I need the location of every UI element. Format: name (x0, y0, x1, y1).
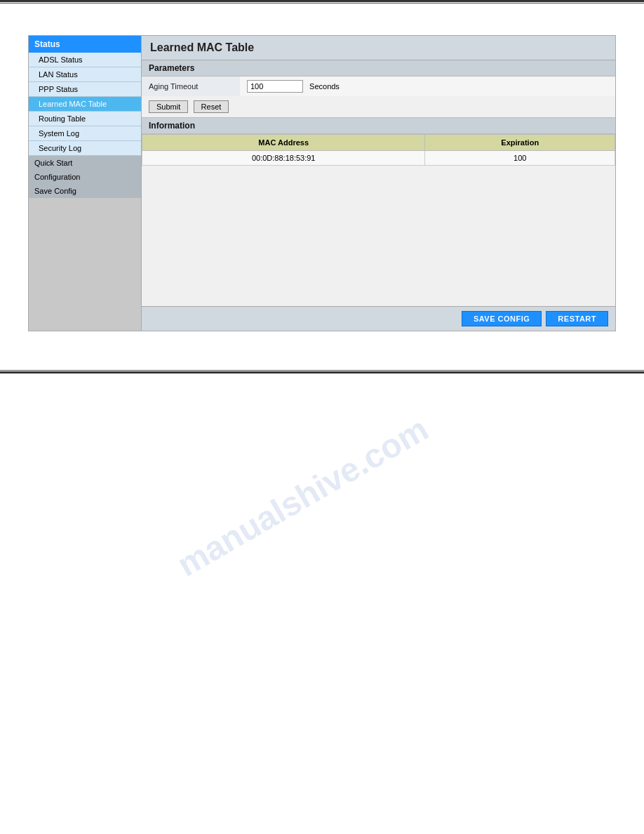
bottom-border-thick (0, 371, 644, 373)
sidebar-item-save-config[interactable]: Save Config (29, 184, 141, 198)
bottom-bar: SAVE CONFIG RESTART (142, 306, 615, 331)
top-border-thick (0, 0, 644, 2)
submit-button[interactable]: Submit (149, 100, 188, 113)
aging-timeout-input[interactable] (247, 80, 303, 93)
sidebar-item-configuration[interactable]: Configuration (29, 170, 141, 184)
aging-timeout-cell: Seconds (240, 77, 615, 96)
table-row: 00:0D:88:18:53:91100 (142, 151, 615, 166)
sidebar-item-security-log[interactable]: Security Log (29, 141, 141, 156)
sidebar-item-lan-status[interactable]: LAN Status (29, 67, 141, 82)
aging-timeout-label: Aging Timeout (142, 77, 240, 96)
col-mac-address: MAC Address (142, 135, 425, 151)
page-title: Learned MAC Table (142, 36, 615, 60)
save-config-button[interactable]: SAVE CONFIG (462, 311, 542, 326)
main-container: Status ADSL Status LAN Status PPP Status… (28, 35, 616, 331)
content-spacer (142, 166, 615, 306)
main-content-area: Learned MAC Table Parameters Aging Timeo… (141, 36, 615, 331)
sidebar-item-quick-start[interactable]: Quick Start (29, 156, 141, 170)
aging-timeout-unit: Seconds (309, 82, 340, 91)
sidebar-item-routing-table[interactable]: Routing Table (29, 112, 141, 126)
bottom-border-thin (0, 370, 644, 371)
watermark: manualshive.com (170, 409, 434, 584)
sidebar-item-ppp-status[interactable]: PPP Status (29, 82, 141, 97)
col-expiration: Expiration (425, 135, 615, 151)
sidebar: Status ADSL Status LAN Status PPP Status… (29, 36, 141, 331)
button-row: Submit Reset (142, 96, 615, 118)
sidebar-item-adsl-status[interactable]: ADSL Status (29, 53, 141, 67)
sidebar-section-status[interactable]: Status (29, 36, 141, 53)
sidebar-item-system-log[interactable]: System Log (29, 126, 141, 141)
sidebar-item-learned-mac-table[interactable]: Learned MAC Table (29, 97, 141, 112)
restart-button[interactable]: RESTART (546, 311, 608, 326)
information-section-header: Information (142, 118, 615, 134)
parameters-section-header: Parameters (142, 60, 615, 77)
info-table: MAC Address Expiration 00:0D:88:18:53:91… (142, 134, 615, 166)
cell-expiration: 100 (425, 151, 615, 166)
cell-mac-address: 00:0D:88:18:53:91 (142, 151, 425, 166)
parameters-table: Aging Timeout Seconds (142, 77, 615, 96)
reset-button[interactable]: Reset (194, 100, 229, 113)
top-border-thin (0, 3, 644, 4)
